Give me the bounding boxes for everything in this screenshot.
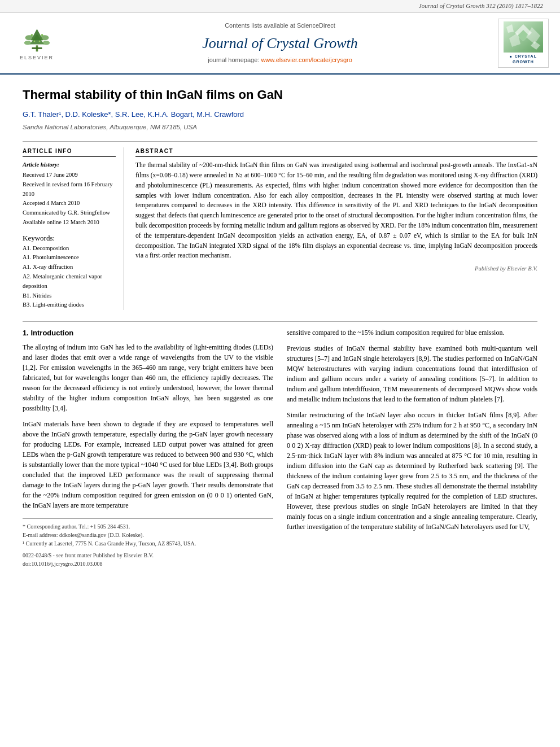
svg-point-6	[42, 41, 50, 45]
crystal-growth-logo: ■ CRYSTAL GROWTH	[498, 19, 549, 68]
article-title: Thermal stability of thin InGaN films on…	[23, 86, 537, 104]
keyword-6: B3. Light-emitting diodes	[23, 300, 116, 310]
available-online: Available online 12 March 2010	[23, 219, 99, 225]
abstract-paragraph: The thermal stability of ~200-nm-thick I…	[135, 160, 537, 261]
crystal-growth-text: ■ CRYSTAL GROWTH	[501, 54, 546, 65]
keywords-section: Keywords: A1. Decomposition A1. Photolum…	[23, 233, 116, 310]
keyword-5: B1. Nitrides	[23, 291, 116, 301]
section1-heading: 1. Introduction	[23, 327, 273, 339]
abstract-text: The thermal stability of ~200-nm-thick I…	[135, 160, 537, 261]
homepage-url[interactable]: www.elsevier.com/locate/jcrysgro	[261, 56, 352, 63]
footnote-4: 0022-0248/$ - see front matter Published…	[23, 551, 273, 560]
journal-center: Contents lists available at ScienceDirec…	[62, 21, 498, 65]
keyword-1: A1. Decomposition	[23, 244, 116, 254]
accepted-date: Accepted 4 March 2010	[23, 200, 80, 206]
elsevier-tree-icon	[21, 25, 53, 53]
journal-citation-bar: Journal of Crystal Growth 312 (2010) 181…	[0, 0, 560, 13]
svg-rect-11	[32, 47, 42, 49]
journal-header: ELSEVIER Contents lists available at Sci…	[0, 13, 560, 75]
article-history: Article history: Received 17 June 2009 R…	[23, 160, 116, 228]
article-info-label: Article Info	[23, 147, 116, 158]
svg-point-9	[33, 41, 35, 42]
footnote-5: doi:10.1016/j.jcrysgro.2010.03.008	[23, 560, 273, 568]
footnote-area: * Corresponding author. Tel.: +1 505 284…	[23, 518, 273, 568]
svg-point-10	[38, 41, 40, 42]
abstract-column: Abstract The thermal stability of ~200-n…	[135, 147, 537, 311]
journal-homepage-line: journal homepage: www.elsevier.com/locat…	[62, 56, 498, 65]
article-content: Thermal stability of thin InGaN films on…	[0, 75, 560, 579]
svg-point-8	[41, 34, 43, 36]
svg-point-7	[30, 34, 33, 36]
published-by: Published by Elsevier B.V.	[135, 264, 537, 273]
elsevier-logo: ELSEVIER	[11, 25, 62, 62]
journal-title-display: Journal of Crystal Growth	[62, 33, 498, 54]
body-right-column: sensitive compared to the ~15% indium co…	[287, 327, 537, 568]
history-label: Article history:	[23, 160, 116, 170]
elsevier-text: ELSEVIER	[20, 54, 54, 62]
body-paragraph-right-2: Previous studies of InGaN thermal stabil…	[287, 343, 537, 404]
contents-text: Contents lists available at ScienceDirec…	[225, 22, 335, 29]
received-date: Received 17 June 2009	[23, 172, 78, 178]
footnote-2: E-mail address: ddkoles@sandia.gov (D.D.…	[23, 531, 273, 539]
affiliation-line: Sandia National Laboratories, Albuquerqu…	[23, 123, 537, 132]
keywords-label: Keywords:	[23, 234, 55, 242]
footnote-3: ¹ Currently at Lasertel, 7775 N. Casa Gr…	[23, 539, 273, 548]
communicated-by: Communicated by G.R. Stringfellow	[23, 209, 110, 216]
keyword-2: A1. Photoluminescence	[23, 253, 116, 263]
body-paragraph-1: The alloying of indium into GaN has led …	[23, 342, 273, 413]
footnote-1: * Corresponding author. Tel.: +1 505 284…	[23, 522, 273, 531]
body-left-column: 1. Introduction The alloying of indium i…	[23, 327, 273, 568]
keyword-3: A1. X-ray diffraction	[23, 263, 116, 272]
page-wrapper: Journal of Crystal Growth 312 (2010) 181…	[0, 0, 560, 747]
keyword-4: A2. Metalorganic chemical vapor depositi…	[23, 272, 116, 291]
body-paragraph-right-3: Similar restructuring of the InGaN layer…	[287, 410, 537, 532]
article-info-column: Article Info Article history: Received 1…	[23, 147, 124, 311]
body-paragraph-2: InGaN materials have been shown to degra…	[23, 419, 273, 510]
abstract-label: Abstract	[135, 147, 537, 158]
revised-date: Received in revised form 16 February 201…	[23, 181, 113, 197]
authors-text: G.T. Thaler¹, D.D. Koleske*, S.R. Lee, K…	[23, 110, 244, 119]
journal-citation: Journal of Crystal Growth 312 (2010) 181…	[419, 2, 543, 9]
article-meta-row: Article Info Article history: Received 1…	[23, 141, 537, 311]
body-paragraph-right-1: sensitive compared to the ~15% indium co…	[287, 327, 537, 338]
authors-line: G.T. Thaler¹, D.D. Koleske*, S.R. Lee, K…	[23, 110, 537, 120]
body-columns: 1. Introduction The alloying of indium i…	[23, 321, 537, 568]
crystal-growth-image	[504, 21, 543, 53]
svg-point-5	[24, 41, 31, 45]
contents-available-line: Contents lists available at ScienceDirec…	[62, 21, 498, 30]
